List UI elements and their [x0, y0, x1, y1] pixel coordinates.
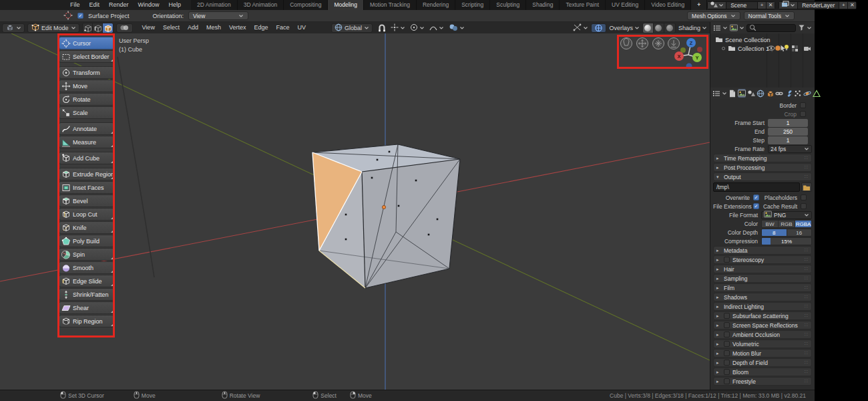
tab-rendering[interactable]: Rendering — [417, 0, 455, 10]
stereoscopy-checkbox[interactable] — [724, 257, 730, 263]
step-field[interactable]: 1 — [768, 136, 808, 144]
outliner-filter-mode-dropdown[interactable] — [730, 22, 744, 34]
tab-motion-tracking[interactable]: Motion Tracking — [364, 0, 417, 10]
section-shadows[interactable]: ▸Shadows∷ — [713, 293, 812, 301]
disclosure-dot-icon[interactable] — [721, 45, 726, 52]
tab-sculpting[interactable]: Sculpting — [490, 0, 526, 10]
outliner-search-input[interactable] — [746, 24, 796, 32]
tab-scripting[interactable]: Scripting — [455, 0, 490, 10]
orientation-dropdown[interactable]: View — [188, 11, 248, 20]
tool-smooth[interactable]: Smooth — [59, 261, 114, 274]
ambient-occlusion-checkbox[interactable] — [724, 331, 730, 338]
tool-shrink-fatten[interactable]: Shrink/Fatten — [59, 288, 114, 301]
section-output[interactable]: ▾Output∷ — [713, 172, 812, 181]
section-motion-blur[interactable]: ▸Motion Blur∷ — [713, 349, 812, 358]
section-screen-space-reflections[interactable]: ▸Screen Space Reflections∷ — [713, 321, 812, 329]
vertex-select-mode-icon[interactable] — [83, 23, 93, 33]
option-rgb[interactable]: RGB — [779, 221, 795, 227]
menu-window[interactable]: Window — [134, 0, 164, 10]
frame-rate-dropdown[interactable]: 24 fps — [768, 145, 812, 153]
viewport-menu-select[interactable]: Select — [159, 22, 184, 33]
surface-project-checkbox[interactable]: ✓ — [77, 13, 83, 19]
viewport-menu-uv[interactable]: UV — [294, 22, 310, 33]
editor-type-button[interactable] — [2, 23, 25, 33]
tab-shading[interactable]: Shading — [526, 0, 560, 10]
overwrite-checkbox[interactable]: ✓ — [753, 194, 759, 200]
viewport-menu-vertex[interactable]: Vertex — [225, 22, 250, 33]
compression-slider[interactable]: 15% — [761, 237, 812, 245]
menu-render[interactable]: Render — [104, 0, 134, 10]
outliner-row[interactable]: Collection 1| — [710, 44, 815, 53]
viewport-menu-face[interactable]: Face — [272, 22, 293, 33]
file-format-dropdown[interactable]: PNG — [761, 211, 812, 219]
section-indirect-lighting[interactable]: ▸Indirect Lighting∷ — [713, 302, 812, 311]
overlays-dropdown[interactable]: Overlays — [609, 25, 640, 31]
outliner-display-dropdown[interactable] — [713, 22, 728, 34]
section-sampling[interactable]: ▸Sampling∷ — [713, 274, 812, 283]
freestyle-checkbox[interactable] — [724, 378, 730, 384]
properties-tab-link[interactable] — [775, 89, 783, 98]
close-scene-button[interactable]: ✕ — [766, 2, 775, 9]
option-8[interactable]: 8 — [762, 229, 787, 236]
viewport-menu-add[interactable]: Add — [184, 22, 202, 33]
display-spheres-dropdown[interactable] — [449, 23, 465, 33]
tab-2d-animation[interactable]: 2D Animation — [191, 0, 238, 10]
tool-knife[interactable]: Knife — [59, 221, 114, 234]
tool-cursor[interactable]: Cursor — [59, 37, 114, 49]
viewport-menu-mesh[interactable]: Mesh — [202, 22, 225, 33]
option-rgba[interactable]: RGBA — [795, 221, 811, 227]
menu-edit[interactable]: Edit — [85, 0, 105, 10]
menu-help[interactable]: Help — [164, 0, 186, 10]
mode-dropdown[interactable]: Edit Mode — [27, 23, 79, 33]
xray-toggle-button[interactable] — [116, 23, 133, 33]
depth-of-field-checkbox[interactable] — [724, 360, 730, 366]
section-bloom[interactable]: ▸Bloom∷ — [713, 368, 812, 376]
tool-rotate[interactable]: Rotate — [59, 93, 114, 106]
properties-tab-page[interactable] — [728, 89, 736, 98]
section-ambient-occlusion[interactable]: ▸Ambient Occlusion∷ — [713, 330, 812, 339]
rendered-shading-icon[interactable] — [664, 23, 675, 33]
new-workspace-tab[interactable]: + — [691, 0, 707, 10]
border-checkbox[interactable] — [800, 102, 806, 108]
tool-edge-slide[interactable]: Edge Slide — [59, 275, 114, 287]
frame-start-field[interactable]: 1 — [768, 119, 808, 127]
add-scene-button[interactable]: + — [757, 2, 766, 9]
render-layer-selector[interactable]: RenderLayer + ✕ — [779, 1, 857, 9]
tool-move[interactable]: Move — [59, 80, 114, 92]
transform-orientation-dropdown[interactable]: Global — [331, 23, 373, 33]
folder-icon[interactable] — [801, 182, 812, 192]
properties-tab-object[interactable] — [766, 89, 774, 98]
section-metadata[interactable]: ▸Metadata∷ — [713, 246, 812, 255]
selectable-toggle-icon[interactable] — [779, 45, 787, 53]
tab-texture-paint[interactable]: Texture Paint — [560, 0, 606, 10]
properties-editor-dropdown[interactable] — [712, 90, 727, 97]
tool-inset-faces[interactable]: Inset Faces — [59, 181, 114, 194]
menu-file[interactable]: File — [65, 0, 85, 10]
viewport-menu-edge[interactable]: Edge — [250, 22, 272, 33]
tool-spin[interactable]: Spin — [59, 248, 114, 261]
screen-space-reflections-checkbox[interactable] — [724, 322, 730, 328]
snap-magnet-button[interactable] — [377, 24, 386, 32]
tool-measure[interactable]: Measure — [59, 136, 114, 148]
section-post-processing[interactable]: ▸Post Processing∷ — [713, 163, 812, 172]
tool-bevel[interactable]: Bevel — [59, 194, 114, 207]
end-field[interactable]: 250 — [768, 128, 808, 136]
tool-shear[interactable]: Shear — [59, 301, 114, 314]
properties-tab-particles[interactable] — [794, 89, 802, 98]
pivot-point-dropdown[interactable] — [410, 23, 425, 33]
proportional-falloff-dropdown[interactable] — [429, 23, 444, 33]
cache-result-checkbox[interactable] — [801, 203, 807, 209]
tab-compositing[interactable]: Compositing — [284, 0, 328, 10]
close-render-layer-button[interactable]: ✕ — [847, 2, 856, 9]
placeholders-checkbox[interactable] — [801, 194, 807, 200]
properties-tab-data[interactable] — [813, 89, 821, 98]
section-time-remapping[interactable]: ▸Time Remapping∷ — [713, 154, 812, 162]
tool-transform[interactable]: Transform — [59, 66, 114, 79]
render-layer-icon[interactable] — [779, 2, 798, 9]
tab-3d-animation[interactable]: 3D Animation — [238, 0, 284, 10]
section-subsurface-scattering[interactable]: ▸Subsurface Scattering∷ — [713, 311, 812, 320]
properties-tab-wrench[interactable] — [785, 89, 793, 98]
solid-shading-icon[interactable] — [643, 23, 654, 33]
subsurface-scattering-checkbox[interactable] — [724, 313, 730, 319]
output-path-field[interactable]: /tmp\ — [713, 182, 800, 192]
